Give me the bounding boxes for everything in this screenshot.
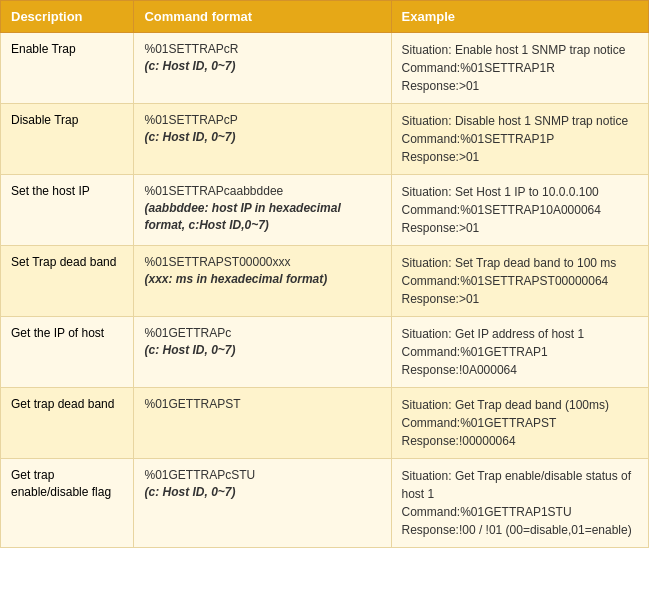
table-row-command: %01SETTRAPcP(c: Host ID, 0~7) (134, 104, 391, 175)
table-row-description: Set Trap dead band (1, 246, 134, 317)
table-row-description: Disable Trap (1, 104, 134, 175)
table-row-example: Situation: Enable host 1 SNMP trap notic… (391, 33, 648, 104)
table-row-example: Situation: Get Trap dead band (100ms)Com… (391, 388, 648, 459)
table-row-example: Situation: Disable host 1 SNMP trap noti… (391, 104, 648, 175)
table-row-example: Situation: Set Trap dead band to 100 msC… (391, 246, 648, 317)
table-row-description: Get the IP of host (1, 317, 134, 388)
table-row-description: Set the host IP (1, 175, 134, 246)
table-row-command: %01GETTRAPc(c: Host ID, 0~7) (134, 317, 391, 388)
table-row-example: Situation: Get IP address of host 1Comma… (391, 317, 648, 388)
table-row-example: Situation: Set Host 1 IP to 10.0.0.100Co… (391, 175, 648, 246)
table-row-example: Situation: Get Trap enable/disable statu… (391, 459, 648, 548)
header-command-format: Command format (134, 1, 391, 33)
header-description: Description (1, 1, 134, 33)
table-row-description: Enable Trap (1, 33, 134, 104)
header-example: Example (391, 1, 648, 33)
table-row-description: Get trap dead band (1, 388, 134, 459)
table-row-command: %01GETTRAPST (134, 388, 391, 459)
table-row-description: Get trap enable/disable flag (1, 459, 134, 548)
table-row-command: %01GETTRAPcSTU(c: Host ID, 0~7) (134, 459, 391, 548)
table-row-command: %01SETTRAPcR(c: Host ID, 0~7) (134, 33, 391, 104)
table-row-command: %01SETTRAPST00000xxx(xxx: ms in hexadeci… (134, 246, 391, 317)
table-row-command: %01SETTRAPcaabbddee(aabbddee: host IP in… (134, 175, 391, 246)
